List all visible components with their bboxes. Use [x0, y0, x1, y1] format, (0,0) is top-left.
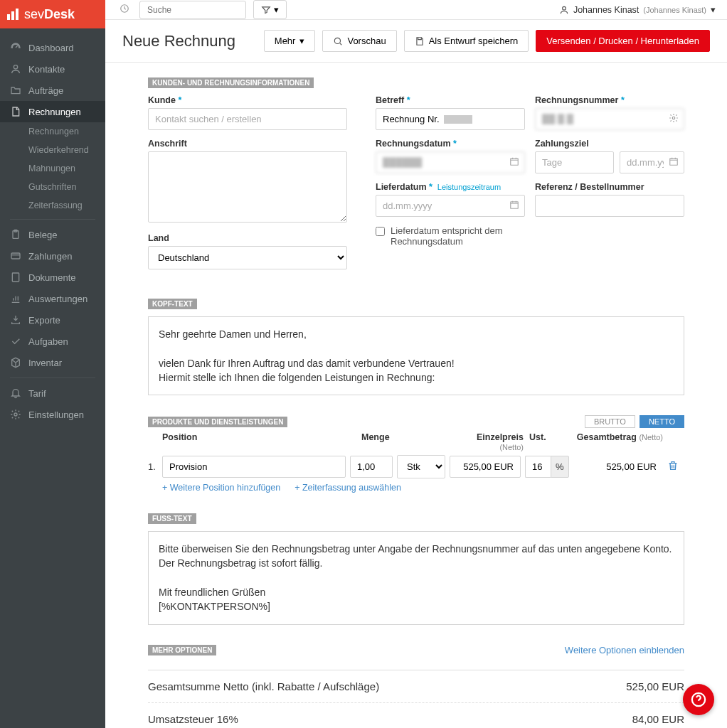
- label-land: Land: [148, 233, 347, 243]
- label-lieferdatum: Lieferdatum * Leistungszeitraum: [376, 182, 525, 192]
- sidebar-subitem-rechnungen[interactable]: Rechnungen: [0, 122, 105, 141]
- summary-netto-val: 525,00 EUR: [626, 680, 684, 692]
- sidebar-item-label: Auswertungen: [28, 294, 87, 304]
- sidebar-item-dashboard[interactable]: Dashboard: [0, 37, 105, 58]
- betreff-input[interactable]: [376, 108, 525, 130]
- label-betreff: Betreff *: [376, 95, 525, 105]
- add-time-link[interactable]: + Zeiterfassung auswählen: [294, 483, 401, 493]
- sidebar-subitem-mahnungen[interactable]: Mahnungen: [0, 159, 105, 178]
- svg-rect-9: [511, 159, 519, 165]
- summary-netto-label: Gesamtsumme Netto (inkl. Rabatte / Aufsc…: [148, 680, 626, 692]
- calendar-icon[interactable]: [509, 156, 519, 168]
- chevron-down-icon: ▾: [711, 4, 716, 15]
- sidebar-item-einstellungen[interactable]: Einstellungen: [0, 404, 105, 425]
- filter-button[interactable]: ▾: [253, 0, 287, 19]
- sidebar-item-dokumente[interactable]: Dokumente: [0, 267, 105, 288]
- sidebar-item-kontakte[interactable]: Kontakte: [0, 58, 105, 80]
- brutto-toggle[interactable]: BRUTTO: [585, 415, 635, 428]
- help-icon: [691, 692, 706, 707]
- sidebar-item-label: Aufgaben: [28, 336, 68, 347]
- user-icon: [559, 5, 569, 15]
- preview-button[interactable]: Vorschau: [322, 30, 396, 52]
- help-fab[interactable]: [683, 684, 714, 715]
- trash-icon: [667, 460, 679, 471]
- sidebar-item-label: Dokumente: [28, 272, 75, 283]
- sidebar-subitem-zeiterfassung[interactable]: Zeiterfassung: [0, 196, 105, 215]
- sidebar-item-inventar[interactable]: Inventar: [0, 352, 105, 373]
- netto-toggle[interactable]: NETTO: [640, 415, 684, 428]
- kunde-input[interactable]: [148, 108, 347, 130]
- sidebar-subitem-wiederkehrend[interactable]: Wiederkehrend: [0, 141, 105, 159]
- position-input[interactable]: [162, 456, 346, 478]
- label-anschrift: Anschrift: [148, 139, 347, 149]
- link-leistungszeitraum[interactable]: Leistungszeitraum: [437, 183, 501, 191]
- sidebar-item-label: Aufträge: [28, 85, 63, 96]
- calendar-icon[interactable]: [669, 156, 679, 168]
- rechnungsdatum-input[interactable]: [376, 151, 525, 173]
- logo-icon: [7, 9, 18, 20]
- svg-rect-12: [670, 159, 678, 165]
- sidebar-item-zahlungen[interactable]: Zahlungen: [0, 245, 105, 267]
- user-icon: [10, 63, 21, 75]
- th-einzelpreis: Einzelpreis (Netto): [452, 432, 524, 452]
- more-options-link[interactable]: Weitere Optionen einblenden: [565, 645, 684, 655]
- logo[interactable]: sevDesk: [0, 0, 105, 28]
- page-header: Neue Rechnung Mehr ▾ Vorschau Als Entwur…: [105, 20, 727, 63]
- sidebar-item-belege[interactable]: Belege: [0, 224, 105, 245]
- kopf-text[interactable]: Sehr geehrte Damen und Herren, vielen Da…: [148, 316, 684, 395]
- brand-light: sev: [24, 7, 44, 21]
- referenz-input[interactable]: [535, 195, 684, 217]
- sidebar-item-label: Exporte: [28, 315, 60, 326]
- sidebar-item-label: Belege: [28, 230, 57, 240]
- user-menu[interactable]: Johannes Kinast (Johannes Kinast) ▾: [559, 4, 716, 15]
- tage-input[interactable]: [535, 151, 614, 173]
- rechnungsnummer-input[interactable]: [535, 108, 684, 130]
- sidebar-item-auswertungen[interactable]: Auswertungen: [0, 288, 105, 309]
- bell-icon: [10, 387, 21, 399]
- sidebar-item-label: Inventar: [28, 358, 62, 368]
- add-position-link[interactable]: + Weitere Position hinzufügen: [162, 483, 280, 493]
- fuss-text[interactable]: Bitte überweisen Sie den Rechnungsbetrag…: [148, 531, 684, 624]
- ust-input[interactable]: [525, 456, 551, 478]
- land-select[interactable]: Deutschland: [148, 246, 347, 269]
- page-icon: [10, 272, 21, 283]
- delete-row-button[interactable]: [667, 460, 684, 473]
- calendar-icon[interactable]: [509, 200, 519, 212]
- percent-label: %: [551, 456, 569, 478]
- sidebar-item-tarif[interactable]: Tarif: [0, 382, 105, 404]
- sidebar-subitem-gutschriften[interactable]: Gutschriften: [0, 178, 105, 196]
- label-zahlungsziel: Zahlungsziel: [535, 139, 684, 149]
- speedometer-icon: [10, 42, 21, 53]
- label-referenz: Referenz / Bestellnummer: [535, 182, 684, 192]
- lieferdatum-checkbox[interactable]: [376, 227, 385, 236]
- history-icon[interactable]: [117, 1, 132, 18]
- label-rechnungsdatum: Rechnungsdatum *: [376, 139, 525, 149]
- search-input[interactable]: [139, 1, 246, 19]
- th-position: Position: [162, 432, 361, 452]
- svg-point-0: [14, 65, 17, 69]
- section-fuss: FUSS-TEXT: [148, 513, 196, 524]
- sidebar-item-rechnungen[interactable]: Rechnungen: [0, 101, 105, 122]
- user-name: Johannes Kinast: [573, 5, 639, 15]
- anschrift-input[interactable]: [148, 151, 347, 223]
- lieferdatum-input[interactable]: [376, 195, 525, 217]
- send-button[interactable]: Versenden / Drucken / Herunterladen: [536, 30, 710, 52]
- export-icon: [10, 314, 21, 326]
- more-button[interactable]: Mehr ▾: [264, 30, 316, 52]
- section-more: MEHR OPTIONEN: [148, 645, 216, 655]
- menge-input[interactable]: [350, 456, 393, 478]
- sidebar-item-exporte[interactable]: Exporte: [0, 309, 105, 331]
- price-input[interactable]: [450, 456, 521, 478]
- section-customer-info: KUNDEN- UND RECHNUNGSINFORMATIONEN: [148, 77, 314, 88]
- sidebar-item-aufträge[interactable]: Aufträge: [0, 80, 105, 101]
- gear-icon[interactable]: [669, 113, 679, 125]
- svg-point-8: [335, 38, 341, 43]
- section-kopf: KOPF-TEXT: [148, 299, 197, 309]
- sidebar-item-aufgaben[interactable]: Aufgaben: [0, 331, 105, 352]
- save-draft-button[interactable]: Als Entwurf speichern: [404, 30, 529, 52]
- file-icon: [10, 106, 21, 117]
- sidebar-item-label: Tarif: [28, 388, 46, 399]
- sidebar-item-label: Kontakte: [28, 64, 65, 75]
- summary-ust-label: Umsatzsteuer 16%: [148, 713, 632, 725]
- unit-select[interactable]: Stk: [397, 455, 445, 478]
